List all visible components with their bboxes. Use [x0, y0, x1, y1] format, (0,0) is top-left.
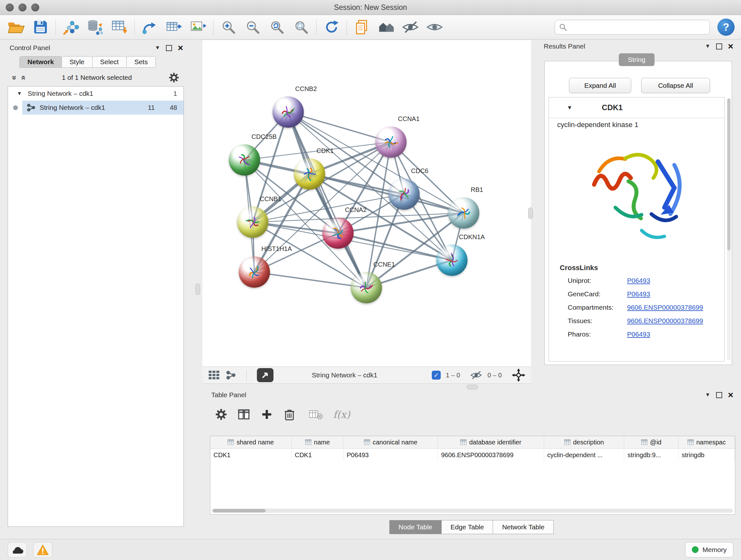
crosslink-link[interactable]: P06493 [627, 330, 650, 338]
selected-checkbox-icon[interactable]: ✓ [432, 371, 441, 380]
crosslink-link[interactable]: 9606.ENSP00000378699 [627, 317, 703, 325]
tab-network[interactable]: Network [19, 56, 62, 68]
import-table-from-file-button[interactable] [110, 17, 129, 37]
column-header-description[interactable]: description [544, 436, 624, 448]
network-panel-settings-gear-icon[interactable] [169, 72, 179, 83]
column-header-namespac[interactable]: namespac [678, 436, 735, 448]
panel-close-icon[interactable]: × [178, 45, 183, 51]
network-row[interactable]: String Network – cdk1 11 48 [8, 101, 184, 115]
cloud-status-button[interactable] [8, 542, 27, 557]
help-button[interactable]: ? [718, 18, 735, 36]
network-collection-row[interactable]: ▼ String Network – cdk1 1 [8, 86, 184, 101]
open-in-browser-button[interactable] [257, 368, 273, 382]
tab-edge-table[interactable]: Edge Table [441, 520, 493, 534]
hide-selected-button[interactable] [401, 17, 420, 37]
table-row[interactable]: CDK1CDK1P064939606.ENSP00000378699cyclin… [210, 449, 735, 461]
search-field[interactable] [555, 20, 710, 35]
collection-expand-caret-icon[interactable]: ▼ [17, 91, 22, 97]
network-node-ccna1[interactable] [375, 126, 407, 158]
import-network-from-file-button[interactable] [61, 17, 81, 37]
panel-menu-icon[interactable]: ▼ [705, 392, 711, 398]
table-cell[interactable]: stringdb:9... [624, 449, 678, 461]
network-edge[interactable] [254, 272, 366, 288]
table-cell[interactable]: CDK1 [292, 449, 344, 461]
gene-collapse-caret-icon[interactable]: ▼ [567, 105, 572, 111]
network-node-ccnb2[interactable] [273, 97, 304, 128]
clone-network-button[interactable] [352, 17, 372, 37]
network-node-hist1h1a[interactable] [239, 256, 270, 288]
crosslink-link[interactable]: 9606.ENSP00000378699 [627, 304, 703, 311]
pan-crosshair-icon[interactable] [512, 368, 525, 382]
table-cell[interactable]: 9606.ENSP00000378699 [438, 449, 544, 461]
open-session-button[interactable] [6, 17, 26, 37]
collapse-all-button[interactable]: Collapse All [641, 78, 710, 93]
network-node-ccna2[interactable] [322, 217, 354, 249]
splitter-handle[interactable] [195, 284, 200, 295]
network-edge[interactable] [288, 112, 391, 142]
column-header-database-identifier[interactable]: database identifier [438, 436, 544, 448]
crosslink-link[interactable]: P06493 [627, 290, 650, 298]
network-node-ccnb1[interactable] [237, 206, 268, 238]
tab-node-table[interactable]: Node Table [389, 520, 442, 534]
table-settings-gear-icon[interactable] [215, 408, 227, 421]
delete-column-trash-icon[interactable] [283, 408, 295, 421]
export-table-button[interactable] [164, 17, 184, 37]
memory-button[interactable]: Memory [685, 542, 733, 557]
panel-close-icon[interactable]: × [728, 43, 733, 50]
panel-close-icon[interactable]: × [728, 392, 733, 398]
zoom-out-button[interactable] [243, 17, 263, 37]
show-columns-icon[interactable] [238, 408, 250, 421]
network-canvas[interactable]: CCNB2CCNA1CDC25BCDK1CDC6RB1CCNB1CCNA2CDK… [202, 40, 531, 367]
tab-sets[interactable]: Sets [126, 56, 156, 68]
column-header-canonical-name[interactable]: canonical name [343, 436, 438, 448]
column-header-name[interactable]: name [292, 436, 344, 448]
tab-select[interactable]: Select [92, 56, 127, 68]
birdseye-view-icon[interactable] [208, 370, 220, 380]
splitter-handle[interactable] [467, 385, 478, 389]
refresh-network-button[interactable] [322, 17, 341, 37]
export-network-button[interactable] [140, 17, 159, 37]
tab-style[interactable]: Style [62, 56, 92, 68]
collapse-all-networks-icon[interactable]: » [18, 75, 28, 80]
results-scrollbar[interactable] [727, 98, 731, 360]
panel-float-icon[interactable] [716, 44, 722, 50]
column-header-shared-name[interactable]: shared name [210, 436, 292, 448]
network-node-cdc25b[interactable] [229, 144, 260, 176]
show-all-button[interactable] [425, 17, 445, 37]
tab-string[interactable]: String [619, 53, 655, 66]
table-cell[interactable]: P06493 [344, 449, 438, 461]
zoom-fit-content-button[interactable] [267, 17, 287, 37]
tab-network-table[interactable]: Network Table [493, 520, 554, 534]
network-node-rb1[interactable] [448, 197, 479, 229]
network-node-ccne1[interactable] [351, 272, 382, 303]
panel-float-icon[interactable] [716, 392, 722, 398]
function-builder-fx-icon[interactable]: f(x) [333, 409, 350, 420]
network-edge[interactable] [288, 112, 366, 288]
splitter-handle[interactable] [528, 207, 533, 219]
crosslink-link[interactable]: P06493 [627, 277, 650, 285]
panel-menu-icon[interactable]: ▼ [155, 45, 160, 51]
table-cell[interactable]: stringdb [678, 449, 735, 461]
table-cell[interactable]: cyclin-dependent ... [544, 449, 624, 461]
export-image-button[interactable] [188, 17, 208, 37]
zoom-selected-region-button[interactable] [291, 17, 311, 37]
home-button[interactable] [376, 17, 396, 37]
table-horizontal-scrollbar[interactable] [212, 509, 733, 513]
network-node-cdc6[interactable] [388, 179, 420, 210]
network-node-cdkn1a[interactable] [436, 245, 468, 276]
delete-table-icon[interactable] [309, 409, 323, 420]
save-session-button[interactable] [30, 17, 51, 37]
table-cell[interactable]: CDK1 [210, 449, 292, 461]
zoom-in-button[interactable] [219, 17, 239, 37]
search-input[interactable] [570, 23, 705, 31]
column-header--id[interactable]: @id [624, 436, 678, 448]
warnings-button[interactable] [33, 542, 52, 557]
add-column-plus-icon[interactable] [260, 408, 273, 421]
gene-header[interactable]: ▼ CDK1 [549, 98, 724, 118]
import-network-from-database-button[interactable] [85, 17, 105, 37]
panel-float-icon[interactable] [166, 45, 172, 51]
expand-all-button[interactable]: Expand All [569, 78, 631, 93]
network-overview-icon[interactable] [225, 370, 236, 380]
panel-menu-icon[interactable]: ▼ [705, 43, 711, 50]
network-node-cdk1[interactable] [294, 159, 325, 190]
